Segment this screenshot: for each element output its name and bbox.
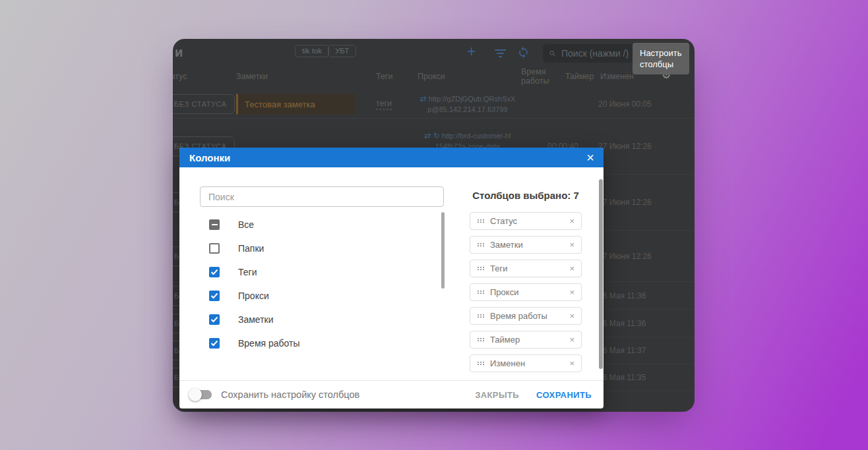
checkbox-unchecked-icon[interactable] bbox=[209, 243, 220, 254]
checkbox-item-all[interactable]: Все bbox=[179, 213, 443, 237]
search-icon bbox=[549, 49, 557, 59]
save-button[interactable]: СОХРАНИТЬ bbox=[536, 390, 592, 400]
close-icon[interactable]: × bbox=[586, 151, 594, 164]
column-header-status[interactable]: Статус bbox=[173, 72, 187, 81]
swap-icon: ⇄ bbox=[420, 94, 427, 103]
changed-date: 27 Июня 12:26 bbox=[598, 142, 652, 151]
selected-column-chip[interactable]: Статус × bbox=[470, 212, 582, 230]
save-columns-toggle[interactable] bbox=[189, 388, 214, 401]
selected-column-chip[interactable]: Заметки × bbox=[470, 236, 582, 254]
selected-column-chip[interactable]: Теги × bbox=[470, 260, 582, 277]
configure-columns-tooltip: Настроить столбцы bbox=[633, 43, 689, 74]
chip-remove-icon[interactable]: × bbox=[569, 240, 574, 250]
list-scrollbar[interactable] bbox=[441, 212, 445, 289]
selected-count-label: Столбцов выбрано: 7 bbox=[468, 190, 583, 201]
swap-icon: ⇄ bbox=[425, 131, 431, 140]
tags-cell[interactable]: теги bbox=[376, 98, 392, 109]
chip-remove-icon[interactable]: × bbox=[569, 287, 574, 297]
checkbox-item-tags[interactable]: Теги bbox=[179, 260, 443, 284]
changed-date: 27 Июня 12:26 bbox=[598, 252, 652, 261]
proxy-cell: ⇄ http://gZDjGQub:QRshSxX p@85.142.214.1… bbox=[416, 94, 520, 115]
table-row: БЕЗ СТАТУСА Тестовая заметка теги ⇄ http… bbox=[173, 90, 695, 119]
selected-column-chip[interactable]: Таймер × bbox=[470, 331, 582, 349]
changed-date: 27 Июня 12:26 bbox=[598, 198, 652, 207]
drag-handle-icon[interactable] bbox=[477, 337, 484, 342]
checkbox-item-proxy[interactable]: Прокси bbox=[179, 284, 443, 308]
modal-title: Колонки bbox=[189, 152, 230, 163]
column-header-tags[interactable]: Теги bbox=[376, 72, 392, 81]
note-cell[interactable]: Тестовая заметка bbox=[236, 94, 355, 114]
checkbox-checked-icon[interactable] bbox=[209, 267, 220, 277]
close-button[interactable]: ЗАКРЫТЬ bbox=[475, 390, 519, 400]
columns-modal: Колонки × Столбцов выбрано: 7 Все Папки … bbox=[179, 148, 604, 408]
desktop-background: и tik tok УБТ + Статус Заметки Теги Прок… bbox=[0, 0, 868, 450]
column-header-notes[interactable]: Заметки bbox=[236, 72, 268, 81]
drag-handle-icon[interactable] bbox=[477, 290, 484, 295]
page-title-fragment: и bbox=[175, 45, 183, 60]
chip-remove-icon[interactable]: × bbox=[569, 216, 574, 226]
chip-remove-icon[interactable]: × bbox=[569, 311, 574, 321]
chip-remove-icon[interactable]: × bbox=[569, 264, 574, 273]
drag-handle-icon[interactable] bbox=[477, 361, 484, 366]
checkbox-item-notes[interactable]: Заметки bbox=[179, 308, 443, 331]
column-header-timer[interactable]: Таймер bbox=[565, 72, 594, 81]
refresh-icon[interactable] bbox=[517, 46, 530, 61]
column-header-proxy[interactable]: Прокси bbox=[418, 72, 445, 81]
drag-handle-icon[interactable] bbox=[477, 266, 484, 271]
toggle-label: Сохранить настройку столбцов bbox=[221, 389, 359, 400]
column-checkbox-list: Все Папки Теги Прокси Заметки Время рабо… bbox=[179, 213, 443, 355]
add-icon[interactable]: + bbox=[467, 43, 476, 61]
rotate-icon: ↻ bbox=[433, 131, 440, 140]
modal-footer: Сохранить настройку столбцов ЗАКРЫТЬ СОХ… bbox=[179, 380, 604, 408]
selected-columns-list: Статус × Заметки × Теги × Прокси × Время… bbox=[470, 212, 582, 372]
changed-date: 26 Мая 11:35 bbox=[598, 373, 646, 382]
checkbox-checked-icon[interactable] bbox=[209, 338, 220, 349]
status-badge[interactable]: БЕЗ СТАТУСА bbox=[173, 94, 235, 114]
checkbox-item-worktime[interactable]: Время работы bbox=[179, 331, 443, 355]
checkbox-checked-icon[interactable] bbox=[209, 314, 220, 325]
chip-remove-icon[interactable]: × bbox=[569, 335, 574, 345]
column-header-worktime[interactable]: Время работы bbox=[521, 67, 557, 86]
selected-column-chip[interactable]: Время работы × bbox=[470, 307, 582, 325]
group-button-tiktok[interactable]: tik tok bbox=[295, 45, 329, 57]
modal-search-input[interactable] bbox=[200, 186, 444, 207]
changed-date: 26 Мая 11:36 bbox=[598, 291, 646, 300]
selected-column-chip[interactable]: Прокси × bbox=[470, 283, 582, 301]
changed-date: 26 Мая 11:36 bbox=[598, 319, 646, 328]
changed-date: 26 Мая 11:37 bbox=[598, 346, 646, 355]
drag-handle-icon[interactable] bbox=[477, 219, 484, 223]
checkbox-item-folders[interactable]: Папки bbox=[179, 237, 443, 260]
modal-scrollbar[interactable] bbox=[599, 179, 603, 369]
group-button-ubt[interactable]: УБТ bbox=[328, 45, 356, 57]
chip-remove-icon[interactable]: × bbox=[569, 358, 574, 368]
drag-handle-icon[interactable] bbox=[477, 242, 484, 247]
checkbox-checked-icon[interactable] bbox=[209, 291, 220, 301]
modal-header: Колонки × bbox=[179, 148, 604, 167]
filter-icon[interactable] bbox=[494, 49, 506, 59]
column-header-changed[interactable]: Изменен bbox=[600, 72, 634, 81]
selected-column-chip[interactable]: Изменен × bbox=[470, 354, 582, 372]
checkbox-indeterminate-icon[interactable] bbox=[209, 219, 220, 230]
changed-date: 20 Июня 00:05 bbox=[598, 99, 652, 109]
drag-handle-icon[interactable] bbox=[477, 314, 484, 318]
